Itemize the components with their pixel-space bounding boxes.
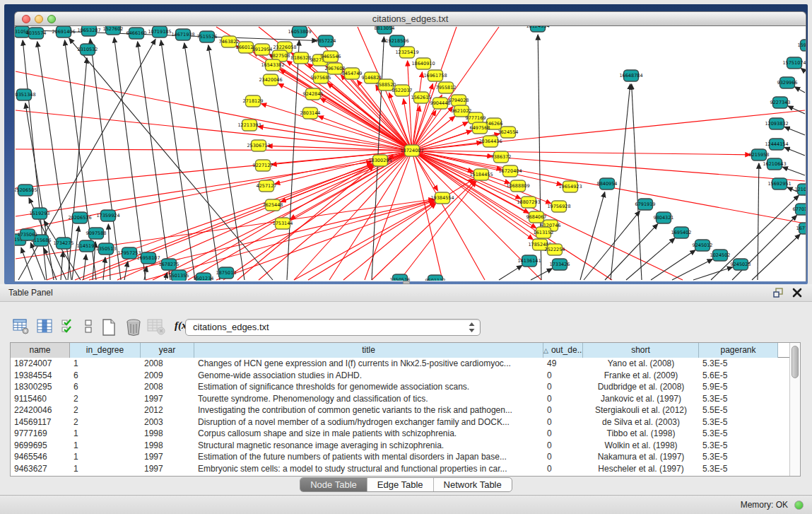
table-cell[interactable]: 2 xyxy=(70,416,141,428)
table-cell[interactable]: 1998 xyxy=(141,428,194,440)
table-cell[interactable]: Disruption of a novel member of a sodium… xyxy=(194,416,543,428)
table-cell[interactable]: 5.3E-5 xyxy=(699,451,778,463)
table-cell[interactable]: 2003 xyxy=(141,416,194,428)
table-cell[interactable]: Nakamura et al. (1997) xyxy=(583,451,699,463)
table-cell[interactable]: 2008 xyxy=(141,381,194,393)
table-cell[interactable]: 2009 xyxy=(141,370,194,382)
table-cell[interactable]: 22420046 xyxy=(11,404,70,416)
table-cell[interactable]: 2012 xyxy=(141,404,194,416)
table-cell[interactable]: 0 xyxy=(543,451,583,463)
graph-edge-black[interactable] xyxy=(626,238,675,280)
table-cell[interactable]: 9777169 xyxy=(11,428,70,440)
table-cell[interactable]: 18300295 xyxy=(11,381,70,393)
network-graph[interactable]: 1872400774638228660128591295423226058982… xyxy=(15,26,806,281)
tab-node-table[interactable]: Node Table xyxy=(300,478,367,491)
graph-edge-black[interactable] xyxy=(208,45,245,280)
table-cell[interactable]: 5.6E-5 xyxy=(699,370,778,382)
table-cell[interactable]: 2 xyxy=(70,393,141,405)
table-cell[interactable]: Genome-wide association studies in ADHD. xyxy=(194,370,543,382)
graph-edge-black[interactable] xyxy=(30,243,45,280)
table-cell[interactable]: 1 xyxy=(70,428,141,440)
table-cell[interactable]: 2008 xyxy=(141,358,194,370)
table-cell[interactable]: 9463627 xyxy=(11,463,70,475)
close-panel-icon[interactable] xyxy=(792,288,802,298)
float-panel-icon[interactable] xyxy=(773,288,784,298)
table-cell[interactable]: 0 xyxy=(543,393,583,405)
table-row[interactable]: 911546021997Tourette syndrome. Phenomeno… xyxy=(11,393,800,405)
table-cell[interactable]: Jankovic et al. (1997) xyxy=(583,393,699,405)
graph-edge-black[interactable] xyxy=(758,163,759,280)
table-cell[interactable]: Tibbo et al. (1998) xyxy=(583,428,699,440)
table-options-icon[interactable] xyxy=(13,318,30,335)
table-cell[interactable]: 1 xyxy=(70,358,141,370)
table-cell[interactable]: 9465546 xyxy=(11,451,70,463)
column-select-icon[interactable] xyxy=(37,318,54,335)
graph-edge-red[interactable] xyxy=(278,83,412,151)
table-cell[interactable]: 5.5E-5 xyxy=(699,404,778,416)
scrollbar-thumb[interactable] xyxy=(792,346,799,378)
table-cell[interactable]: 6 xyxy=(70,381,141,393)
table-cell[interactable]: 1997 xyxy=(141,393,194,405)
graph-edge-black[interactable] xyxy=(784,147,805,156)
graph-edge-red[interactable] xyxy=(365,151,412,280)
table-row[interactable]: 946362711997Embryonic stem cells: a mode… xyxy=(11,463,800,475)
table-cell[interactable]: 6 xyxy=(70,370,141,382)
window-titlebar[interactable]: citations_edges.txt xyxy=(14,11,806,26)
table-row[interactable]: 1872400712008Changes of HCN gene express… xyxy=(11,358,800,370)
table-cell[interactable]: Changes of HCN gene expression and I(f) … xyxy=(194,358,543,370)
table-cell[interactable]: 1997 xyxy=(141,463,194,475)
memory-status-indicator[interactable] xyxy=(794,501,804,510)
table-cell[interactable]: Hescheler et al. (1997) xyxy=(583,463,699,475)
table-cell[interactable]: 14569117 xyxy=(11,416,70,428)
graph-edge-red[interactable] xyxy=(275,151,412,184)
table-cell[interactable]: de Silva et al. (2003) xyxy=(583,416,699,428)
column-header-in_degree[interactable]: in_degree xyxy=(70,343,141,358)
table-cell[interactable]: 5.3E-5 xyxy=(699,416,778,428)
table-selector-dropdown[interactable]: citations_edges.txt xyxy=(185,319,481,336)
table-cell[interactable]: 5.3E-5 xyxy=(699,440,778,452)
graph-edge-red[interactable] xyxy=(16,149,412,151)
graph-edge-black[interactable] xyxy=(782,167,805,175)
table-cell[interactable]: Structural magnetic resonance image aver… xyxy=(194,440,543,452)
table-row[interactable]: 977716911998Corpus callosum shape and si… xyxy=(11,428,800,440)
table-cell[interactable]: 0 xyxy=(543,463,583,475)
delete-rows-icon[interactable] xyxy=(124,318,143,335)
graph-edge-red[interactable] xyxy=(16,71,412,151)
table-cell[interactable]: 0 xyxy=(543,428,583,440)
table-row[interactable]: 1830029562008Estimation of significance … xyxy=(11,381,800,393)
table-cell[interactable]: Embryonic stem cells: a model to study s… xyxy=(194,463,543,475)
merge-rows-icon[interactable] xyxy=(83,318,93,335)
graph-edge-black[interactable] xyxy=(114,37,146,280)
row-select-icon[interactable] xyxy=(61,318,76,335)
table-cell[interactable]: Wolkin et al. (1998) xyxy=(583,440,699,452)
table-cell[interactable]: 0 xyxy=(543,440,583,452)
vertical-scrollbar[interactable] xyxy=(789,343,800,476)
table-cell[interactable]: Tourette syndrome. Phenomenology and cla… xyxy=(194,393,543,405)
table-cell[interactable]: 5.3E-5 xyxy=(699,393,778,405)
table-row[interactable]: 946554611997Estimation of the future num… xyxy=(11,451,800,463)
table-cell[interactable]: 1 xyxy=(70,440,141,452)
column-header-title[interactable]: title xyxy=(194,343,543,358)
graph-edge-red[interactable] xyxy=(216,201,435,280)
graph-edge-red[interactable] xyxy=(329,151,412,280)
table-cell[interactable]: 49 xyxy=(543,358,583,370)
table-cell[interactable]: 5.3E-5 xyxy=(699,428,778,440)
table-cell[interactable]: 1 xyxy=(70,463,141,475)
table-cell[interactable]: 0 xyxy=(543,416,583,428)
table-cell[interactable]: 1998 xyxy=(141,440,194,452)
table-row[interactable]: 1456911722003Disruption of a novel membe… xyxy=(11,416,800,428)
graph-edge-red[interactable] xyxy=(261,104,412,151)
table-cell[interactable]: 1997 xyxy=(141,451,194,463)
table-cell[interactable]: 5.3E-5 xyxy=(699,463,778,475)
graph-edge-black[interactable] xyxy=(784,127,805,135)
table-cell[interactable]: 0 xyxy=(543,404,583,416)
graph-edge-black[interactable] xyxy=(605,224,658,280)
graph-edge-red[interactable] xyxy=(343,204,436,280)
graph-edge-black[interactable] xyxy=(672,259,712,280)
graph-edge-red[interactable] xyxy=(281,151,412,202)
graph-edge-black[interactable] xyxy=(21,247,33,280)
table-cell[interactable]: Estimation of significance thresholds fo… xyxy=(194,381,543,393)
table-cell[interactable]: Corpus callosum shape and size in male p… xyxy=(194,428,543,440)
table-cell[interactable]: Franke et al. (2009) xyxy=(583,370,699,382)
table-cell[interactable]: Estimation of the future numbers of pati… xyxy=(194,451,543,463)
